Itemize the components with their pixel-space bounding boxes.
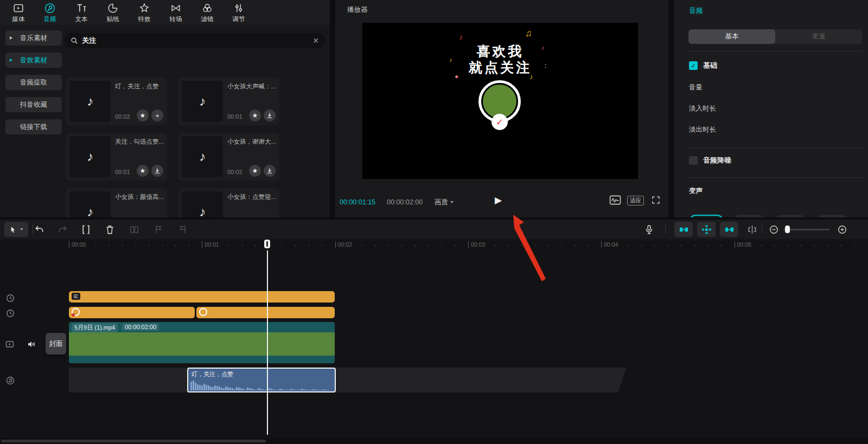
zoom-in-button[interactable] bbox=[834, 222, 850, 237]
quality-dropdown[interactable]: 画质 bbox=[435, 198, 454, 207]
sidebar-item-4[interactable]: 链接下载 bbox=[5, 119, 62, 134]
ruler-tick bbox=[761, 244, 762, 247]
toolbar-tab-label: 滤镜 bbox=[201, 15, 214, 23]
reverse-button[interactable] bbox=[151, 222, 166, 237]
audio-card[interactable]: ♪关注，勾选点赞...00:01★ bbox=[66, 133, 167, 181]
fullscreen-icon[interactable] bbox=[650, 195, 662, 205]
audio-card-title: 小女孩：颜值高... bbox=[115, 193, 165, 201]
basic-checkbox[interactable]: ✓ bbox=[689, 61, 698, 70]
toolbar-tab-effects[interactable]: 特效 bbox=[132, 2, 156, 23]
ruler-tick bbox=[189, 244, 189, 247]
download-icon[interactable] bbox=[264, 165, 276, 177]
add-to-timeline-icon[interactable]: ＋ bbox=[151, 110, 163, 121]
ruler-tick bbox=[854, 244, 854, 247]
ruler-label: 00:03 bbox=[468, 241, 485, 248]
ruler-tick bbox=[748, 244, 748, 247]
audio-track-icon[interactable] bbox=[6, 376, 15, 385]
sticker-clip[interactable] bbox=[196, 307, 335, 318]
fit-button[interactable]: 适应 bbox=[627, 196, 644, 205]
freeze-frame-button[interactable] bbox=[126, 222, 142, 237]
ruler-tick bbox=[521, 244, 522, 247]
favorite-star-icon[interactable]: ★ bbox=[249, 110, 261, 121]
timeline-ruler[interactable]: 00:0000:0100:0200:0300:0400:05 bbox=[0, 239, 868, 250]
favorite-star-icon[interactable]: ★ bbox=[137, 110, 149, 121]
undo-button[interactable] bbox=[31, 222, 47, 237]
preview-quality-icon[interactable] bbox=[609, 195, 621, 205]
sidebar-item-1[interactable]: 音效素材 bbox=[5, 53, 62, 68]
audio-card-duration: 00:01 bbox=[115, 169, 130, 175]
tab-speed[interactable]: 变速 bbox=[775, 29, 862, 44]
audio-card[interactable]: ♪叮，关注，点赞00:02★＋ bbox=[66, 78, 167, 125]
clock-icon[interactable] bbox=[6, 309, 15, 318]
media-icon bbox=[12, 2, 24, 14]
auto-snap-button[interactable] bbox=[697, 222, 716, 237]
player-panel: 播放器 喜欢我 就点关注 ♪ ♫ ♪ ♪ : ● ♪ ✓ 00:00:01:15… bbox=[335, 0, 668, 218]
download-icon[interactable] bbox=[151, 165, 163, 177]
play-button[interactable]: ▶ bbox=[495, 195, 502, 206]
video-clip[interactable]: 5月9日 (1).mp4 00:00:02:00 bbox=[69, 322, 335, 363]
tab-basic[interactable]: 基本 bbox=[688, 29, 775, 44]
playhead-handle[interactable] bbox=[264, 240, 270, 248]
search-input[interactable]: 关注 ✕ bbox=[64, 33, 326, 48]
main-track-magnet-button[interactable] bbox=[674, 222, 693, 237]
toolbar-tab-filter[interactable]: 滤镜 bbox=[195, 2, 219, 23]
total-duration: 00:00:02:00 bbox=[387, 198, 423, 206]
main-track-icon[interactable] bbox=[5, 340, 14, 349]
music-note-icon: ♪ bbox=[69, 191, 111, 218]
effect-clip[interactable] bbox=[69, 291, 335, 303]
sidebar-item-0[interactable]: 音乐素材 bbox=[5, 30, 62, 46]
toolbar-tab-sticker[interactable]: 贴纸 bbox=[101, 2, 125, 23]
split-button[interactable] bbox=[78, 222, 93, 237]
timeline-panel: 00:0000:0100:0200:0300:0400:05 封面 bbox=[0, 220, 868, 444]
audio-clip-selected[interactable]: 叮，关注，点赞 bbox=[187, 368, 336, 392]
audio-card[interactable]: ♪小女孩大声喊：...00:01★ bbox=[178, 78, 279, 125]
audio-card-title: 关注，勾选点赞... bbox=[115, 138, 165, 146]
preview-axis-button[interactable] bbox=[744, 222, 760, 237]
audio-card[interactable]: ♪小女孩：颜值高... bbox=[66, 188, 167, 218]
ruler-tick bbox=[242, 244, 242, 247]
scrollbar-handle[interactable] bbox=[1, 440, 266, 442]
delete-button[interactable] bbox=[102, 222, 117, 237]
toolbar-tab-label: 贴纸 bbox=[107, 15, 119, 23]
toolbar-tab-audio[interactable]: 音频 bbox=[38, 2, 62, 23]
clear-search-icon[interactable]: ✕ bbox=[312, 36, 319, 45]
ruler-label: 00:04 bbox=[601, 241, 618, 248]
clock-icon[interactable] bbox=[6, 294, 15, 303]
inspector-panel: 音频 基本 变速 ✓ 基础 ‹ › 音量 0.0dB › 淡入时长 0.0s bbox=[673, 0, 868, 218]
sidebar-item-3[interactable]: 抖音收藏 bbox=[5, 97, 62, 112]
effects-icon bbox=[138, 2, 150, 14]
toolbar-tab-adjust[interactable]: 调节 bbox=[227, 2, 251, 23]
download-icon[interactable] bbox=[264, 110, 276, 121]
linkage-button[interactable] bbox=[720, 222, 738, 237]
player-controls: 00:00:01:15 00:00:02:00 画质 ▶ 适应 bbox=[335, 193, 668, 211]
mirror-button[interactable] bbox=[175, 222, 190, 237]
audio-card[interactable]: ♪小女孩：点赞迎... bbox=[178, 188, 279, 218]
toolbar-tab-media[interactable]: 媒体 bbox=[7, 2, 30, 23]
denoise-checkbox[interactable] bbox=[689, 156, 698, 165]
record-voiceover-button[interactable] bbox=[641, 222, 656, 237]
ruler-label: 00:05 bbox=[735, 241, 751, 248]
cover-button[interactable]: 封面 bbox=[46, 333, 66, 355]
current-time: 00:00:01:15 bbox=[340, 198, 375, 206]
ruler-tick bbox=[495, 244, 495, 247]
timeline-zoom-handle[interactable] bbox=[785, 226, 790, 233]
toolbar-tab-transition[interactable]: 转场 bbox=[164, 2, 188, 23]
zoom-out-button[interactable] bbox=[766, 222, 781, 237]
redo-button[interactable] bbox=[55, 222, 70, 237]
ruler-tick bbox=[255, 244, 256, 247]
sticker-clip[interactable] bbox=[69, 307, 195, 318]
filter-icon bbox=[201, 2, 213, 14]
select-tool-button[interactable] bbox=[4, 222, 28, 237]
video-canvas[interactable]: 喜欢我 就点关注 ♪ ♫ ♪ ♪ : ● ♪ ✓ bbox=[362, 23, 638, 179]
timeline-zoom-slider[interactable] bbox=[783, 229, 830, 230]
toolbar-tab-label: 转场 bbox=[170, 15, 182, 23]
fade-out-label: 淡出时长 bbox=[689, 125, 716, 134]
sidebar-item-2[interactable]: 音频提取 bbox=[5, 75, 62, 90]
mute-original-sound-icon[interactable] bbox=[27, 340, 36, 349]
favorite-star-icon[interactable]: ★ bbox=[137, 165, 149, 177]
audio-card[interactable]: ♪小女孩，谢谢大...00:02★ bbox=[178, 133, 279, 181]
toolbar-tab-text[interactable]: 文本 bbox=[69, 2, 93, 23]
ruler-tick bbox=[109, 244, 110, 247]
playhead-line[interactable] bbox=[267, 250, 268, 435]
favorite-star-icon[interactable]: ★ bbox=[249, 165, 261, 177]
